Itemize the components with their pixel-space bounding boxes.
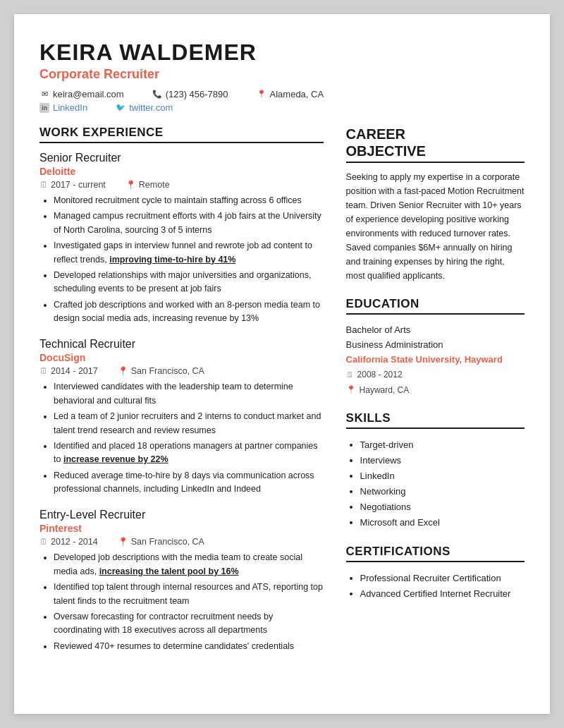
bullet-2-3: Identified and placed 18 operations mana… [54,439,324,467]
skill-6: Microsoft and Excel [360,515,525,530]
job-technical-recruiter: Technical Recruiter DocuSign 🗓 2014 - 20… [39,338,324,496]
bullet-3-4: Reviewed 470+ resumes to determine candi… [54,640,324,653]
location-2: 📍 San Francisco, CA [118,366,204,376]
skill-5: Negotiations [360,499,525,515]
cal-icon-1: 🗓 [39,180,48,190]
bullets-3: Developed job descriptions with the medi… [54,551,324,653]
dates-2: 🗓 2014 - 2017 [39,366,98,376]
linkedin-icon: in [39,103,49,113]
contact-row-1: ✉ keira@email.com 📞 (123) 456-7890 📍 Ala… [39,89,525,99]
skills-heading: SKILLS [346,411,525,429]
phone-icon: 📞 [152,90,162,99]
linkedin-contact: in LinkedIn [39,102,87,113]
pin-icon-1: 📍 [125,180,136,190]
skill-2: Interviews [360,453,525,468]
skills-list: Target-driven Interviews LinkedIn Networ… [360,437,525,531]
candidate-name: KEIRA WALDEMER [39,40,525,66]
phone-text: (123) 456-7890 [166,89,228,99]
job-title-2: Technical Recruiter [39,338,324,351]
cert-2: Advanced Certified Internet Recruiter [360,586,525,602]
skill-1: Target-driven [360,437,525,453]
job-senior-recruiter: Senior Recruiter Deloitte 🗓 2017 - curre… [39,152,324,325]
job-meta-2: 🗓 2014 - 2017 📍 San Francisco, CA [39,366,324,376]
edu-location: 📍 Hayward, CA [346,384,525,397]
skill-4: Networking [360,484,525,499]
work-experience-heading: WORK EXPERIENCE [39,126,324,143]
bullet-1-4: Developed relationships with major unive… [54,269,324,296]
edu-dates: 🗓 2008 - 2012 [346,368,525,382]
bullets-2: Interviewed candidates with the leadersh… [54,380,324,496]
bullet-1-3: Investigated gaps in interview funnel an… [54,239,324,267]
bullet-3-1: Developed job descriptions with the medi… [54,551,324,578]
highlight-3-1: increasing the talent pool by 16% [99,566,239,576]
highlight-1-3: improving time-to-hire by 41% [109,255,235,265]
pin-icon-2: 📍 [118,366,128,376]
cert-list: Professional Recruiter Certification Adv… [360,571,525,602]
email-icon: ✉ [39,90,49,99]
career-objective-heading: CAREEROBJECTIVE [346,126,525,163]
twitter-icon: 🐦 [116,103,125,113]
job-title-1: Senior Recruiter [39,152,324,164]
phone-contact: 📞 (123) 456-7890 [152,89,228,99]
job-meta-3: 🗓 2012 - 2014 📍 San Francisco, CA [39,537,324,547]
right-column: CAREEROBJECTIVE Seeking to apply my expe… [346,126,525,666]
education-heading: EDUCATION [346,297,525,315]
location-contact: 📍 Alameda, CA [257,89,324,99]
left-column: WORK EXPERIENCE Senior Recruiter Deloitt… [39,126,324,666]
career-objective-text: Seeking to apply my expertise in a corpo… [346,170,525,283]
highlight-2-3: increase revenue by 22% [63,454,168,464]
bullet-2-4: Reduced average time-to-hire by 8 days v… [54,469,324,497]
candidate-title: Corporate Recruiter [39,67,525,82]
certifications-heading: CERTIFICATIONS [346,545,525,562]
company-2: DocuSign [39,352,324,363]
education-block: Bachelor of Arts Business Administration… [346,323,525,397]
bullet-2-1: Interviewed candidates with the leadersh… [54,380,324,408]
bullet-1-5: Crafted job descriptions and worked with… [54,298,324,326]
contact-row-2: in LinkedIn 🐦 twitter.com [39,102,525,113]
dates-3: 🗓 2012 - 2014 [39,537,98,547]
bullet-3-3: Oversaw forecasting for contractor recru… [54,610,324,638]
twitter-link[interactable]: twitter.com [129,102,173,113]
cal-icon-2: 🗓 [39,366,48,376]
location-text: Alameda, CA [270,89,324,99]
edu-degree: Bachelor of Arts [346,323,525,338]
cal-icon-3: 🗓 [39,537,48,547]
job-meta-1: 🗓 2017 - current 📍 Remote [39,180,324,190]
job-entry-level-recruiter: Entry-Level Recruiter Pinterest 🗓 2012 -… [39,509,324,653]
company-3: Pinterest [39,523,324,534]
location-icon: 📍 [257,90,266,99]
location-1: 📍 Remote [125,180,170,190]
pin-icon-edu: 📍 [346,384,356,396]
resume-container: KEIRA WALDEMER Corporate Recruiter ✉ kei… [14,14,550,714]
career-objective-section: CAREEROBJECTIVE Seeking to apply my expe… [346,126,525,283]
location-3: 📍 San Francisco, CA [118,537,204,547]
skill-3: LinkedIn [360,468,525,484]
edu-school: California State University, Hayward [346,353,525,368]
header: KEIRA WALDEMER Corporate Recruiter ✉ kei… [39,40,525,113]
education-section: EDUCATION Bachelor of Arts Business Admi… [346,297,525,397]
dates-1: 🗓 2017 - current [39,180,106,190]
job-title-3: Entry-Level Recruiter [39,509,324,521]
email-contact: ✉ keira@email.com [39,89,124,99]
cal-icon-edu: 🗓 [346,369,354,382]
cert-1: Professional Recruiter Certification [360,571,525,586]
bullets-1: Monitored recruitment cycle to maintain … [54,194,324,325]
company-1: Deloitte [39,166,324,177]
bullet-2-2: Led a team of 2 junior recruiters and 2 … [54,410,324,437]
bullet-1-2: Managed campus recruitment efforts with … [54,210,324,237]
main-layout: WORK EXPERIENCE Senior Recruiter Deloitt… [39,126,525,666]
bullet-3-2: Identified top talent through internal r… [54,581,324,608]
edu-field: Business Administration [346,338,525,353]
twitter-contact: 🐦 twitter.com [116,102,173,113]
email-text: keira@email.com [53,89,124,99]
certifications-section: CERTIFICATIONS Professional Recruiter Ce… [346,545,525,602]
skills-section: SKILLS Target-driven Interviews LinkedIn… [346,411,525,531]
pin-icon-3: 📍 [118,537,128,547]
linkedin-link[interactable]: LinkedIn [53,102,87,113]
bullet-1-1: Monitored recruitment cycle to maintain … [54,194,324,207]
